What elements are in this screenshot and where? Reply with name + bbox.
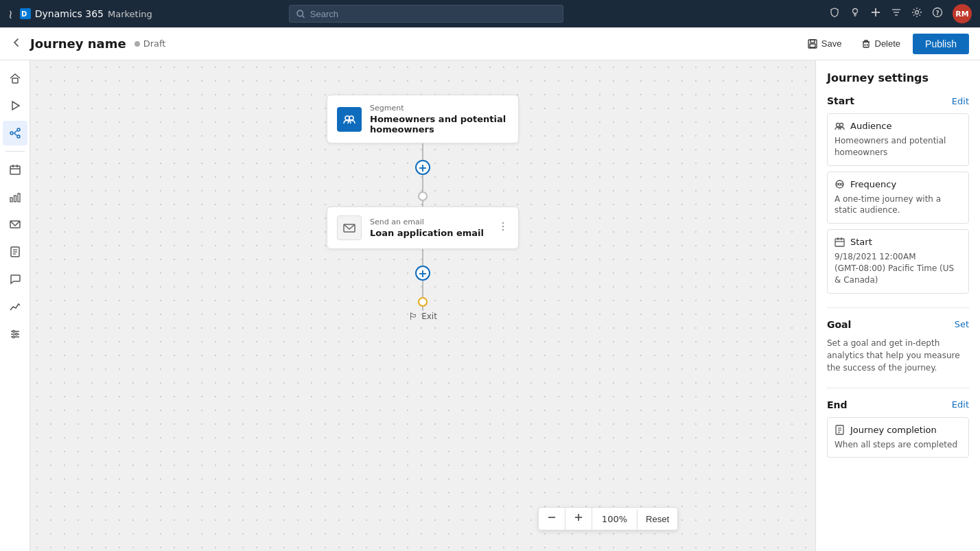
topbar: ≀ D Dynamics 365 Marketing ?: [0, 0, 980, 27]
email-node-icon: [337, 215, 362, 240]
completion-value: When all steps are completed: [835, 439, 961, 451]
svg-point-42: [15, 333, 17, 336]
exit-flag-icon: 🏳: [408, 311, 418, 322]
sidebar-item-play[interactable]: [3, 93, 27, 118]
panel-start-section: Start Edit Audience Homeowners and poten…: [827, 95, 969, 294]
start-edit-link[interactable]: Edit: [952, 96, 969, 106]
email-icon: [9, 218, 21, 231]
svg-rect-17: [810, 44, 815, 47]
email-node[interactable]: Send an email Loan application email: [327, 207, 519, 249]
search-box[interactable]: [289, 5, 563, 23]
connector-1: +: [415, 143, 430, 207]
play-icon: [9, 99, 21, 112]
panel-end-section: End Edit Journey completion When all ste…: [827, 399, 969, 458]
svg-point-58: [841, 183, 843, 185]
save-icon: [808, 39, 817, 49]
segment-icon: [337, 107, 362, 132]
draft-label: Draft: [143, 38, 166, 49]
sidebar-item-journeys[interactable]: [3, 121, 27, 145]
email-node-label: Send an email: [370, 218, 489, 226]
frequency-icon: [835, 179, 845, 189]
svg-rect-32: [18, 194, 20, 202]
sidebar-item-events[interactable]: [3, 157, 27, 182]
sidebar-divider: [5, 151, 25, 152]
svg-rect-31: [14, 196, 16, 202]
search-input[interactable]: [310, 9, 556, 19]
frequency-value: A one-time journey with a static audienc…: [835, 194, 961, 217]
draft-badge: Draft: [135, 38, 166, 49]
zoom-in-icon: [574, 513, 583, 522]
svg-rect-26: [10, 166, 20, 174]
start-time-card: Start 9/18/2021 12:00AM(GMT-08:00) Pacif…: [827, 229, 969, 293]
svg-point-4: [852, 9, 857, 14]
help-icon[interactable]: ?: [932, 7, 943, 21]
sidebar-item-chat[interactable]: [3, 267, 27, 292]
zoom-controls: 100% Reset: [538, 507, 678, 530]
sidebar-item-settings[interactable]: [3, 322, 27, 347]
frequency-card: Frequency A one-time journey with a stat…: [827, 172, 969, 224]
search-icon: [296, 10, 305, 19]
svg-point-53: [837, 124, 840, 127]
publish-button[interactable]: Publish: [913, 34, 969, 54]
start-time-label: Start: [850, 237, 872, 247]
plus-icon[interactable]: [870, 7, 881, 21]
sidebar-item-metrics[interactable]: [3, 294, 27, 319]
zoom-reset-button[interactable]: Reset: [638, 509, 677, 529]
more-options-icon: [498, 221, 509, 232]
delete-button[interactable]: Delete: [854, 34, 908, 53]
goal-set-link[interactable]: Set: [955, 319, 969, 329]
zoom-in-button[interactable]: [565, 508, 592, 530]
svg-point-55: [836, 180, 843, 188]
svg-line-3: [302, 15, 304, 17]
svg-point-2: [296, 10, 303, 16]
svg-rect-16: [810, 40, 815, 43]
start-section-title: Start: [827, 95, 854, 106]
svg-rect-18: [863, 42, 869, 47]
journey-name-title: Journey name: [30, 36, 126, 51]
panel-title: Journey settings: [827, 71, 969, 84]
sidebar-item-content[interactable]: [3, 239, 27, 264]
svg-text:D: D: [21, 10, 27, 18]
avatar[interactable]: RM: [953, 4, 972, 23]
segment-node[interactable]: Segment Homeowners and potential homeown…: [327, 95, 519, 143]
divider-2: [827, 388, 969, 388]
draft-dot: [135, 41, 140, 47]
goal-description: Set a goal and get in-depth analytics th…: [827, 337, 969, 374]
sidebar-item-email[interactable]: [3, 212, 27, 237]
sidebar-item-analytics[interactable]: [3, 185, 27, 209]
add-step-button-2[interactable]: +: [415, 266, 430, 281]
completion-label: Journey completion: [850, 425, 937, 435]
zoom-level: 100%: [592, 509, 638, 529]
shield-icon[interactable]: [829, 7, 840, 21]
end-edit-link[interactable]: Edit: [952, 399, 969, 410]
header-actions: Save Delete Publish: [801, 34, 969, 54]
journey-completion-card: Journey completion When all steps are co…: [827, 417, 969, 458]
svg-point-47: [502, 222, 504, 224]
zoom-out-button[interactable]: [539, 508, 565, 530]
grid-icon[interactable]: ≀: [8, 7, 13, 21]
metrics-icon: [9, 301, 21, 313]
svg-rect-59: [835, 239, 844, 246]
sidebar-item-home[interactable]: [3, 66, 27, 91]
exit-label-text: Exit: [421, 312, 437, 321]
end-section-title: End: [827, 399, 848, 410]
save-button[interactable]: Save: [801, 34, 849, 53]
svg-point-25: [17, 135, 20, 138]
segment-node-label: Segment: [370, 104, 509, 113]
connector-circle-1: [418, 191, 428, 201]
sidebar: [0, 60, 30, 551]
svg-point-24: [17, 128, 20, 131]
connector-circle-2: [418, 297, 428, 307]
filter-icon[interactable]: [891, 7, 902, 21]
lightbulb-icon[interactable]: [850, 7, 861, 21]
gear-icon[interactable]: [911, 7, 922, 21]
email-node-menu-button[interactable]: [498, 221, 509, 235]
add-step-button-1[interactable]: +: [415, 160, 430, 175]
svg-marker-22: [12, 102, 19, 110]
svg-point-41: [12, 331, 14, 333]
back-button[interactable]: [11, 37, 22, 51]
page-header: Journey name Draft Save Delete Publish: [0, 27, 980, 60]
divider-1: [827, 307, 969, 308]
exit-node: 🏳 Exit: [408, 311, 437, 322]
panel-goal-section: Goal Set Set a goal and get in-depth ana…: [827, 319, 969, 374]
